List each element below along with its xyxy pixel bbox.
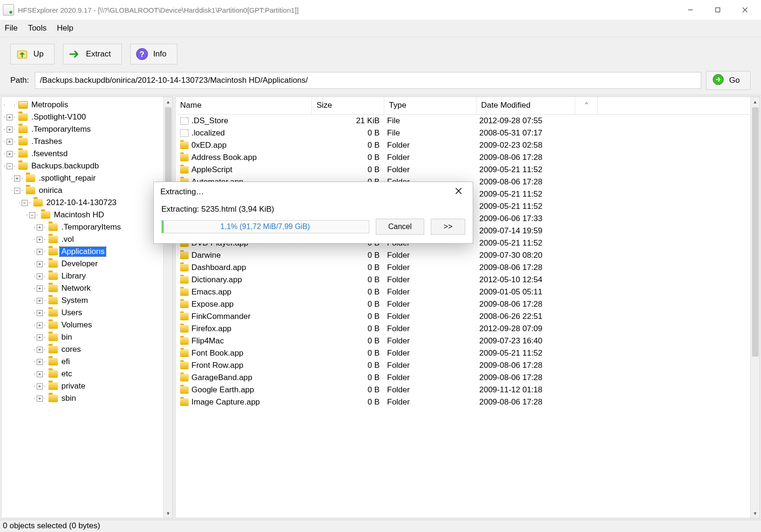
tree-expander[interactable]: + [37, 322, 43, 328]
col-sort-indicator[interactable]: ⌃ [575, 97, 598, 114]
tree-expander[interactable]: + [37, 224, 43, 230]
path-label: Path: [10, 76, 30, 85]
tree-row[interactable]: ·+·.spotlight_repair [3, 172, 173, 184]
file-row[interactable]: AppleScript0 BFolder2009-05-21 11:52 [175, 164, 750, 176]
file-row[interactable]: GarageBand.app0 BFolder2009-08-06 17:28 [175, 372, 750, 384]
file-name: Firefox.app [191, 324, 312, 333]
tree-row[interactable]: ·+·.fseventsd [3, 148, 173, 160]
file-row[interactable]: .DS_Store21 KiBFile2012-09-28 07:55 [175, 115, 750, 127]
tree-expander[interactable]: + [37, 261, 43, 267]
file-row[interactable]: Darwine0 BFolder2009-07-30 08:20 [175, 249, 750, 262]
menu-tools[interactable]: Tools [28, 24, 47, 33]
file-row[interactable]: .localized0 BFile2008-05-31 07:17 [175, 127, 750, 139]
tree-row[interactable]: ·+·.Spotlight-V100 [3, 111, 173, 123]
tree-row[interactable]: ·+·etc [3, 368, 173, 380]
tree-expander[interactable]: − [14, 188, 20, 194]
menu-file[interactable]: File [5, 24, 17, 33]
tree-row[interactable]: ·+·efi [3, 356, 173, 368]
file-row[interactable]: 0xED.app0 BFolder2009-02-23 02:58 [175, 139, 750, 151]
close-button[interactable] [732, 1, 758, 18]
tree-expander[interactable]: + [14, 175, 20, 182]
file-row[interactable]: Font Book.app0 BFolder2009-05-21 11:52 [175, 347, 750, 359]
file-row[interactable]: Firefox.app0 BFolder2012-09-28 07:09 [175, 323, 750, 335]
tree-expander[interactable]: − [29, 212, 35, 218]
up-button[interactable]: Up [10, 44, 55, 64]
tree-expander[interactable]: + [37, 396, 43, 402]
menu-help[interactable]: Help [57, 24, 73, 33]
tree-row[interactable]: ·+·Developer [3, 258, 173, 270]
tree-panel: ··Metropolis·+·.Spotlight-V100·+·.Tempor… [1, 96, 173, 518]
col-size[interactable]: Size [312, 97, 384, 114]
file-row[interactable]: Emacs.app0 BFolder2009-01-05 05:11 [175, 286, 750, 298]
tree-row[interactable]: ·+·Applications [3, 246, 173, 258]
file-row[interactable]: FinkCommander0 BFolder2008-06-26 22:51 [175, 310, 750, 323]
tree-row[interactable]: ·+·bin [3, 331, 173, 343]
tree-expander[interactable]: + [37, 334, 43, 341]
file-row[interactable]: Flip4Mac0 BFolder2009-07-23 16:40 [175, 335, 750, 347]
tree-expander[interactable]: + [37, 273, 43, 279]
scroll-thumb[interactable] [752, 107, 759, 357]
file-date: 2012-09-28 07:55 [476, 116, 599, 126]
file-date: 2009-08-06 17:28 [476, 153, 599, 162]
file-row[interactable]: Dashboard.app0 BFolder2009-08-06 17:28 [175, 262, 750, 274]
tree-row[interactable]: ·−·Macintosh HD [3, 209, 173, 221]
tree-row[interactable]: ·+·cores [3, 343, 173, 356]
maximize-button[interactable] [705, 1, 731, 18]
more-button[interactable]: >> [431, 219, 465, 235]
scroll-up-icon[interactable]: ▲ [751, 97, 760, 106]
tree-row[interactable]: ·+·Users [3, 307, 173, 319]
file-row[interactable]: Front Row.app0 BFolder2009-08-06 17:28 [175, 359, 750, 372]
tree-expander[interactable]: + [37, 237, 43, 243]
tree-row[interactable]: ·+·Library [3, 270, 173, 282]
tree-row[interactable]: ·+·.TemporaryItems [3, 123, 173, 135]
path-input[interactable] [35, 72, 702, 89]
tree-row[interactable]: ·+·.Trashes [3, 135, 173, 148]
tree-row[interactable]: ·+·.TemporaryItems [3, 221, 173, 233]
dialog-close-button[interactable] [451, 188, 466, 196]
tree-expander[interactable]: + [37, 371, 43, 377]
tree-row[interactable]: ··Metropolis [3, 99, 173, 111]
file-row[interactable]: Dictionary.app0 BFolder2012-05-10 12:54 [175, 274, 750, 286]
tree-expander[interactable]: + [7, 127, 13, 133]
tree-row[interactable]: ·+·private [3, 380, 173, 392]
tree-row[interactable]: ·+·.vol [3, 233, 173, 246]
tree-row[interactable]: ·−·2012-10-14-130723 [3, 197, 173, 209]
file-row[interactable]: Image Capture.app0 BFolder2009-08-06 17:… [175, 396, 750, 408]
col-type[interactable]: Type [384, 97, 476, 114]
file-row[interactable]: Expose.app0 BFolder2009-08-06 17:28 [175, 298, 750, 310]
file-date: 2009-06-06 17:33 [476, 214, 599, 223]
scroll-down-icon[interactable]: ▼ [164, 508, 173, 518]
tree-expander[interactable]: + [37, 310, 43, 316]
cancel-button[interactable]: Cancel [376, 219, 425, 235]
file-row[interactable]: Address Book.app0 BFolder2009-08-06 17:2… [175, 151, 750, 164]
tree-expander[interactable]: − [7, 163, 13, 169]
tree-row[interactable]: ·+·System [3, 294, 173, 307]
tree-expander[interactable]: + [7, 114, 13, 120]
tree-scrollbar[interactable]: ▲ ▼ [163, 97, 173, 518]
tree-row[interactable]: ·+·Volumes [3, 319, 173, 331]
tree-row[interactable]: ·+·Network [3, 282, 173, 294]
scroll-thumb[interactable] [165, 107, 172, 192]
scroll-down-icon[interactable]: ▼ [751, 508, 760, 518]
tree-expander[interactable]: + [7, 151, 13, 157]
tree-expander[interactable]: + [37, 298, 43, 304]
extract-button[interactable]: Extract [63, 44, 122, 64]
tree-expander[interactable]: + [37, 359, 43, 365]
tree-row[interactable]: ·−·Backups.backupdb [3, 160, 173, 172]
tree-expander[interactable]: − [22, 200, 28, 206]
go-button[interactable]: Go [706, 71, 751, 90]
info-button[interactable]: ? Info [130, 44, 177, 64]
scroll-up-icon[interactable]: ▲ [164, 97, 173, 106]
col-name[interactable]: Name [175, 97, 312, 114]
tree-expander[interactable]: + [37, 286, 43, 292]
file-row[interactable]: Google Earth.app0 BFolder2009-11-12 01:1… [175, 384, 750, 396]
col-date[interactable]: Date Modified [476, 97, 575, 114]
tree-row[interactable]: ·−·onirica [3, 184, 173, 197]
tree-row[interactable]: ·+·sbin [3, 392, 173, 405]
tree-expander[interactable]: + [7, 139, 13, 145]
tree-expander[interactable]: + [37, 347, 43, 353]
minimize-button[interactable] [677, 1, 704, 18]
list-scrollbar[interactable]: ▲ ▼ [750, 97, 760, 518]
tree-expander[interactable]: + [37, 249, 43, 255]
tree-expander[interactable]: + [37, 383, 43, 389]
